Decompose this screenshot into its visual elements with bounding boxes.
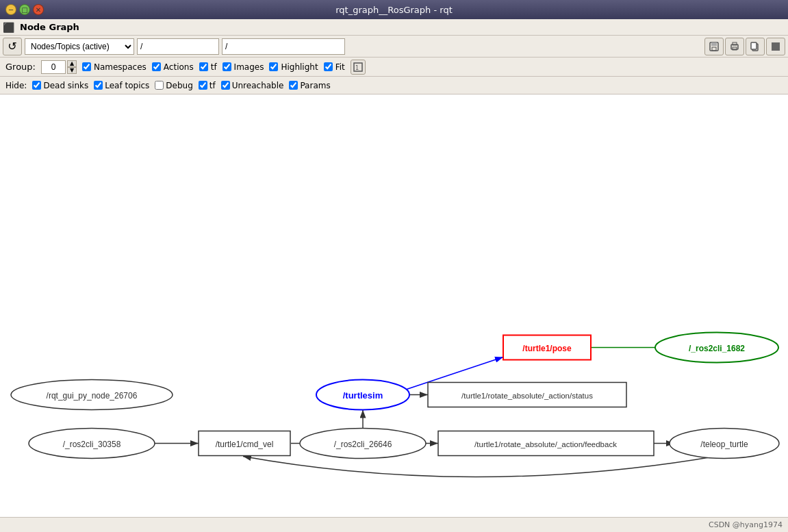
svg-text:/_ros2cli_30358: /_ros2cli_30358 bbox=[63, 440, 121, 449]
maximize-button[interactable]: □ bbox=[19, 4, 30, 15]
graph-svg: /rqt_gui_py_node_26706 /_ros2cli_30358 /… bbox=[0, 94, 788, 517]
leaf-topics-label: Leaf topics bbox=[105, 81, 149, 90]
fit-checkbox[interactable] bbox=[324, 62, 333, 71]
fit-label: Fit bbox=[335, 62, 345, 72]
tf-checkbox[interactable] bbox=[199, 62, 208, 71]
namespaces-label: Namespaces bbox=[94, 62, 147, 72]
hidebar: Hide: Dead sinks Leaf topics Debug tf Un… bbox=[0, 77, 788, 94]
params-option[interactable]: Params bbox=[289, 81, 330, 90]
minimize-button[interactable]: ─ bbox=[5, 4, 16, 15]
save-button[interactable] bbox=[704, 38, 724, 55]
tf-hide-label: tf bbox=[209, 81, 216, 90]
copy-button[interactable] bbox=[746, 38, 765, 55]
svg-rect-8 bbox=[772, 42, 780, 51]
svg-text:/_ros2cli_26646: /_ros2cli_26646 bbox=[334, 440, 392, 449]
dead-sinks-checkbox[interactable] bbox=[32, 81, 41, 90]
svg-text:/turtle1/pose: /turtle1/pose bbox=[522, 344, 572, 353]
group-value-input[interactable]: 0 bbox=[41, 60, 66, 74]
filter2-input[interactable] bbox=[222, 38, 345, 55]
view-button[interactable] bbox=[766, 38, 785, 55]
svg-text:/turtlesim: /turtlesim bbox=[343, 390, 383, 401]
debug-option[interactable]: Debug bbox=[155, 81, 192, 90]
debug-label: Debug bbox=[166, 81, 192, 90]
highlight-label: Highlight bbox=[281, 62, 318, 72]
actions-checkbox[interactable] bbox=[152, 62, 161, 71]
svg-text:1: 1 bbox=[355, 65, 359, 71]
unreachable-label: Unreachable bbox=[232, 81, 284, 90]
unreachable-option[interactable]: Unreachable bbox=[221, 81, 284, 90]
debug-checkbox[interactable] bbox=[155, 81, 164, 90]
close-button[interactable]: ✕ bbox=[33, 4, 44, 15]
titlebar: ─ □ ✕ rqt_graph__RosGraph - rqt bbox=[0, 0, 788, 19]
highlight-option[interactable]: Highlight bbox=[269, 62, 318, 72]
leaf-topics-option[interactable]: Leaf topics bbox=[94, 81, 149, 90]
group-spinner[interactable]: 0 ▲ ▼ bbox=[41, 60, 77, 74]
actions-label: Actions bbox=[164, 62, 194, 72]
tf-hide-checkbox[interactable] bbox=[199, 81, 207, 90]
svg-text:/turtle1/rotate_absolute/_acti: /turtle1/rotate_absolute/_action/feedbac… bbox=[474, 440, 617, 448]
svg-text:/turtle1/rotate_absolute/_acti: /turtle1/rotate_absolute/_action/status bbox=[461, 392, 593, 400]
highlight-checkbox[interactable] bbox=[269, 62, 278, 71]
hide-label: Hide: bbox=[5, 81, 27, 90]
filter1-input[interactable] bbox=[137, 38, 219, 55]
svg-rect-7 bbox=[751, 42, 757, 49]
params-label: Params bbox=[300, 81, 330, 90]
spinner-up[interactable]: ▲ bbox=[67, 60, 77, 67]
menubar: ⬛ Node Graph bbox=[0, 19, 788, 36]
menu-node-graph[interactable]: Node Graph bbox=[14, 21, 85, 34]
fit-icon-button[interactable]: 1 bbox=[351, 60, 366, 75]
svg-text:/turtle1/cmd_vel: /turtle1/cmd_vel bbox=[216, 440, 274, 449]
app-icon: ⬛ bbox=[3, 22, 14, 33]
svg-text:/_ros2cli_1682: /_ros2cli_1682 bbox=[689, 344, 745, 353]
actions-option[interactable]: Actions bbox=[152, 62, 194, 72]
fit-option[interactable]: Fit bbox=[324, 62, 345, 72]
tf-option[interactable]: tf bbox=[199, 62, 217, 72]
svg-text:/rqt_gui_py_node_26706: /rqt_gui_py_node_26706 bbox=[47, 391, 138, 401]
optionsbar: Group: 0 ▲ ▼ Namespaces Actions tf Image… bbox=[0, 58, 788, 77]
svg-text:/teleop_turtle: /teleop_turtle bbox=[700, 440, 748, 449]
spinner-down[interactable]: ▼ bbox=[67, 67, 77, 74]
view-mode-dropdown[interactable]: Nodes/Topics (active) Nodes only Nodes/T… bbox=[25, 38, 134, 55]
graph-area[interactable]: /rqt_gui_py_node_26706 /_ros2cli_30358 /… bbox=[0, 94, 788, 517]
group-label: Group: bbox=[5, 62, 36, 72]
dead-sinks-option[interactable]: Dead sinks bbox=[32, 81, 88, 90]
tf-hide-option[interactable]: tf bbox=[199, 81, 216, 90]
images-label: Images bbox=[234, 62, 264, 72]
images-option[interactable]: Images bbox=[223, 62, 264, 72]
svg-rect-1 bbox=[711, 42, 717, 46]
status-text: CSDN @hyang1974 bbox=[709, 520, 783, 529]
refresh-button[interactable]: ↺ bbox=[3, 38, 22, 55]
namespaces-checkbox[interactable] bbox=[82, 62, 91, 71]
dead-sinks-label: Dead sinks bbox=[43, 81, 88, 90]
toolbar: ↺ Nodes/Topics (active) Nodes only Nodes… bbox=[0, 36, 788, 58]
window-title: rqt_graph__RosGraph - rqt bbox=[47, 5, 741, 15]
leaf-topics-checkbox[interactable] bbox=[94, 81, 103, 90]
print-button[interactable] bbox=[725, 38, 744, 55]
images-checkbox[interactable] bbox=[223, 62, 231, 71]
namespaces-option[interactable]: Namespaces bbox=[82, 62, 147, 72]
tf-label: tf bbox=[211, 62, 217, 72]
statusbar: CSDN @hyang1974 bbox=[0, 517, 788, 532]
unreachable-checkbox[interactable] bbox=[221, 81, 230, 90]
params-checkbox[interactable] bbox=[289, 81, 298, 90]
